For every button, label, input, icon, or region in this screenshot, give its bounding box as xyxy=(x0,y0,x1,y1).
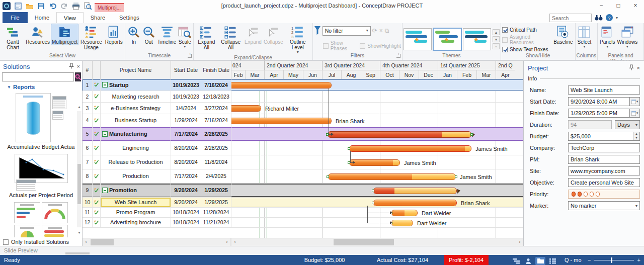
name-field[interactable]: Web Site Launch xyxy=(568,85,640,95)
solutions-search-icon[interactable] xyxy=(75,72,81,81)
finish-date-field[interactable]: 1/29/2025 5:00 PM xyxy=(568,109,630,118)
search-input[interactable] xyxy=(549,14,592,22)
priority-dot[interactable] xyxy=(578,192,582,197)
priority-dot[interactable] xyxy=(584,192,588,197)
zoom-in-icon[interactable]: + xyxy=(637,255,640,265)
solutions-search-input[interactable] xyxy=(2,72,74,81)
start-date-cell[interactable]: 7/17/2024 xyxy=(171,169,201,184)
close-panel-icon[interactable]: × xyxy=(77,63,80,69)
duration-unit-select[interactable]: Days▾ xyxy=(615,120,640,129)
select-columns-button[interactable]: Select ▾ xyxy=(577,24,593,49)
table-row[interactable]: 2Marketing research10/19/202312/18/2023 xyxy=(83,91,231,103)
timeline-button[interactable]: Timeline xyxy=(156,24,177,45)
priority-rating[interactable] xyxy=(568,190,640,199)
project-name-cell[interactable]: Advertizing brochure xyxy=(101,218,171,228)
critical-path-checkbox[interactable]: Critical Path xyxy=(502,27,550,33)
timescale-dialog-launcher-icon[interactable] xyxy=(188,54,192,58)
spin-up-icon[interactable]: ▲ xyxy=(633,132,639,136)
critical-path-checkbox-box[interactable] xyxy=(502,27,508,33)
scroll-right-icon[interactable]: › xyxy=(223,238,230,246)
start-date-cell[interactable]: 1/4/2024 xyxy=(171,103,201,114)
start-date-cell[interactable]: 1/29/2024 xyxy=(171,114,201,127)
maximize-icon[interactable]: □ xyxy=(610,0,627,11)
close-icon[interactable]: × xyxy=(627,0,644,11)
export-filter-icon[interactable]: ⧉ xyxy=(385,27,389,34)
zoom-slider-thumb[interactable] xyxy=(611,257,612,263)
scrollbar-thumb[interactable] xyxy=(77,164,81,204)
filter-combobox[interactable]: No filter▾ xyxy=(323,26,371,36)
scroll-down-icon[interactable]: ▼ xyxy=(77,231,82,234)
themes-scroll-up-icon[interactable]: ▲ xyxy=(493,29,500,35)
finish-date-cell[interactable]: 1/29/2025 xyxy=(201,184,231,198)
gantt-view-icon[interactable] xyxy=(511,257,521,265)
spin-down-icon[interactable]: ▼ xyxy=(633,136,639,140)
column-header-start-date[interactable]: Start Date xyxy=(171,61,201,79)
gantt-chart-button[interactable]: Gantt Chart xyxy=(1,24,25,51)
start-date-cell[interactable]: 10/19/2023 xyxy=(171,79,201,91)
finish-date-cell[interactable]: 11/8/2024 xyxy=(201,155,231,169)
table-row[interactable]: 7Release to Production8/20/202411/8/2024 xyxy=(83,155,231,169)
finish-date-cell[interactable]: 11/28/2024 xyxy=(201,208,231,218)
table-row[interactable]: 12Advertizing brochure10/18/202411/21/20… xyxy=(83,218,231,228)
zoom-in-button[interactable]: In xyxy=(126,24,141,45)
table-row[interactable]: 10Web Site Launch9/20/20241/29/2025 xyxy=(83,198,231,208)
theme-thumbnail-3[interactable] xyxy=(463,28,491,50)
table-row[interactable]: 11Promo Program10/18/202411/28/2024 xyxy=(83,208,231,218)
panels-button[interactable]: Panels ▾ xyxy=(599,24,616,49)
only-installed-checkbox[interactable] xyxy=(3,239,9,245)
project-name-cell[interactable]: Promo Program xyxy=(101,208,171,218)
scrollbar-thumb[interactable] xyxy=(334,239,394,245)
start-date-cell[interactable]: 10/18/2024 xyxy=(171,218,201,228)
finish-date-cell[interactable]: 3/27/2024 xyxy=(201,103,231,114)
chart-hscrollbar[interactable]: ‹ › xyxy=(231,238,523,246)
company-field[interactable]: TechCorp xyxy=(568,143,640,152)
slide-preview-bar[interactable]: Slide Preview xyxy=(0,246,644,255)
pin-icon[interactable] xyxy=(69,63,74,70)
project-name-cell[interactable]: Business Startup xyxy=(101,114,171,127)
outline-view-icon[interactable] xyxy=(547,257,557,265)
project-name-cell[interactable]: e-Business Strategy xyxy=(101,103,171,114)
priority-dot[interactable] xyxy=(596,192,600,197)
scroll-right-icon[interactable]: › xyxy=(516,238,523,246)
solutions-scrollbar[interactable]: ▲ ▼ xyxy=(77,111,82,227)
start-date-cell[interactable]: 10/19/2023 xyxy=(171,91,201,103)
column-header-finish-date[interactable]: Finish Date xyxy=(201,61,231,79)
project-name-cell[interactable]: Promotion xyxy=(101,184,171,198)
solutions-section-reports[interactable]: ▼ Reports xyxy=(0,82,82,91)
table-hscrollbar[interactable]: ‹ › xyxy=(83,238,231,246)
start-date-cell[interactable]: 8/20/2024 xyxy=(171,141,201,155)
project-name-cell[interactable]: Web Site Launch xyxy=(101,198,171,208)
resources-view-icon[interactable] xyxy=(523,257,533,265)
multiproject-button[interactable]: Multiproject xyxy=(51,24,78,45)
finish-date-cell[interactable]: 1/29/2025 xyxy=(201,198,231,208)
tab-view[interactable]: View xyxy=(56,12,84,23)
find-icon[interactable] xyxy=(595,14,603,22)
pin-icon[interactable] xyxy=(629,64,634,71)
collapse-toggle-icon[interactable] xyxy=(102,82,108,87)
solution-item-actuals[interactable]: Actuals per Project Period xyxy=(0,154,82,198)
project-name-cell[interactable]: Enginering xyxy=(101,141,171,155)
scrollbar-thumb[interactable] xyxy=(91,239,114,245)
budget-spinner[interactable]: ▲▼ xyxy=(633,132,639,140)
slide-preview-handle[interactable] xyxy=(65,252,90,254)
pm-field[interactable]: Brian Shark xyxy=(568,155,640,164)
finish-date-cell[interactable]: 2/28/2025 xyxy=(201,127,231,141)
filters-dialog-launcher-icon[interactable] xyxy=(396,54,400,58)
baseline-button[interactable]: Baseline xyxy=(552,24,574,45)
start-date-cell[interactable]: 9/20/2024 xyxy=(171,184,201,198)
start-date-cell[interactable]: 9/20/2024 xyxy=(171,198,201,208)
scroll-up-icon[interactable]: ▲ xyxy=(77,105,82,109)
scroll-left-icon[interactable]: ‹ xyxy=(231,238,238,246)
resources-button[interactable]: Resources xyxy=(25,24,51,45)
budget-field[interactable]: $25,000 ▲▼ xyxy=(568,132,640,141)
solution-item-budget[interactable]: Accumulative Budget Actua xyxy=(0,93,82,150)
finish-date-cell[interactable]: 11/21/2024 xyxy=(201,218,231,228)
finish-date-picker-icon[interactable]: ▾ xyxy=(630,109,640,118)
finish-date-cell[interactable]: 7/16/2024 xyxy=(201,79,231,91)
solution-item-indicators[interactable]: All in One Indicators xyxy=(0,202,82,237)
show-text-boxes-checkbox-box[interactable] xyxy=(502,47,508,52)
zoom-out-button[interactable]: Out xyxy=(141,24,156,45)
start-date-cell[interactable]: 7/17/2024 xyxy=(171,127,201,141)
project-name-cell[interactable]: Marketing research xyxy=(101,91,171,103)
themes-more-icon[interactable]: ≡ xyxy=(493,43,500,49)
